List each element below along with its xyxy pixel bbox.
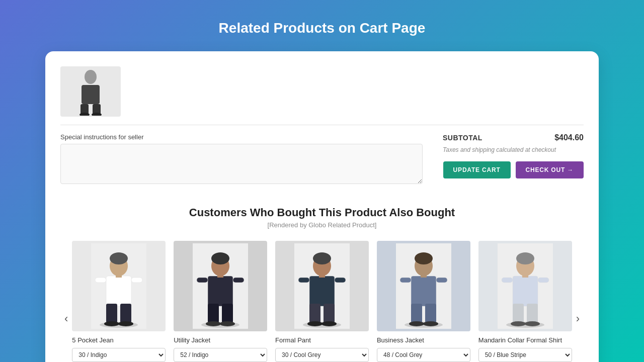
svg-rect-8 (106, 276, 131, 306)
svg-point-51 (423, 321, 438, 326)
related-products-section: Customers Who Bought This Product Also B… (60, 206, 584, 362)
related-subtitle: [Rendered by Globo Related Product] (60, 221, 584, 229)
product-image (478, 241, 572, 331)
svg-point-46 (415, 252, 433, 264)
checkout-button[interactable]: CHECK OUT → (516, 161, 584, 178)
product-image (275, 241, 369, 331)
product-image (174, 241, 267, 331)
product-name: Utility Jacket (174, 336, 267, 344)
svg-rect-52 (400, 278, 411, 283)
carousel-next-button[interactable]: › (572, 312, 584, 325)
svg-rect-59 (522, 274, 528, 278)
svg-rect-44 (411, 276, 436, 306)
svg-rect-56 (513, 276, 538, 306)
svg-point-0 (85, 70, 97, 84)
subtotal-label: SUBTOTAL (443, 134, 482, 142)
product-name: Mandarin Collar Formal Shirt (478, 336, 572, 344)
product-variant-select[interactable]: 30 / Cool Grey32 / Cool Grey34 / Cool Gr… (275, 348, 369, 362)
subtotal-row: SUBTOTAL $404.60 (443, 133, 584, 142)
svg-rect-32 (309, 276, 335, 306)
svg-point-62 (511, 321, 526, 326)
cart-bottom: Special instructions for seller SUBTOTAL… (60, 133, 584, 186)
svg-rect-1 (82, 85, 100, 104)
svg-point-26 (206, 321, 221, 326)
cart-actions: UPDATE CART CHECK OUT → (443, 161, 584, 178)
svg-rect-28 (197, 278, 208, 283)
svg-point-63 (525, 321, 540, 326)
svg-rect-60 (513, 304, 524, 323)
svg-rect-65 (538, 278, 549, 283)
product-name: Formal Pant (275, 336, 369, 344)
svg-point-50 (409, 321, 424, 326)
svg-rect-11 (116, 274, 122, 278)
products-grid: 5 Pocket Jean 30 / Indigo32 / Indigo34 /… (72, 241, 572, 362)
cart-summary: SUBTOTAL $404.60 Taxes and shipping calc… (443, 133, 584, 178)
svg-rect-49 (425, 304, 436, 323)
svg-rect-20 (208, 276, 233, 306)
product-variant-select[interactable]: 30 / Indigo32 / Indigo34 / Indigo (72, 348, 166, 362)
product-name: Business Jacket (377, 336, 470, 344)
svg-point-38 (307, 321, 323, 326)
svg-rect-36 (309, 304, 320, 323)
svg-rect-23 (217, 274, 223, 278)
svg-point-39 (321, 321, 337, 326)
svg-rect-53 (436, 278, 447, 283)
svg-rect-25 (222, 304, 233, 323)
product-variant-select[interactable]: 48 / Cool Grey50 / Cool Grey52 / Cool Gr… (377, 348, 470, 362)
product-card: Business Jacket 48 / Cool Grey50 / Cool … (377, 241, 470, 362)
svg-rect-37 (324, 304, 335, 323)
svg-rect-48 (411, 304, 422, 323)
subtotal-value: $404.60 (554, 133, 584, 142)
svg-rect-41 (335, 278, 346, 283)
svg-rect-24 (208, 304, 219, 323)
product-card: Formal Pant 30 / Cool Grey32 / Cool Grey… (275, 241, 369, 362)
svg-point-34 (313, 252, 331, 264)
product-variant-select[interactable]: 52 / Indigo54 / Indigo56 / Indigo (174, 348, 267, 362)
svg-rect-17 (131, 278, 142, 283)
product-name: 5 Pocket Jean (72, 336, 166, 344)
svg-rect-16 (95, 278, 106, 283)
product-card: Utility Jacket 52 / Indigo54 / Indigo56 … (174, 241, 267, 362)
page-title: Related Products on Cart Page (219, 20, 426, 36)
cart-item-image (60, 66, 121, 117)
svg-rect-12 (106, 304, 117, 323)
divider (60, 125, 584, 125)
product-card: Mandarin Collar Formal Shirt 50 / Blue S… (478, 241, 572, 362)
svg-rect-29 (233, 278, 244, 283)
svg-point-14 (104, 321, 119, 326)
product-variant-select[interactable]: 50 / Blue Stripe52 / Blue Stripe54 / Blu… (478, 348, 572, 362)
svg-rect-40 (298, 278, 309, 283)
carousel-prev-button[interactable]: ‹ (60, 312, 72, 325)
svg-rect-13 (120, 304, 131, 323)
svg-rect-35 (319, 274, 325, 278)
svg-point-15 (118, 321, 133, 326)
related-title: Customers Who Bought This Product Also B… (60, 206, 584, 219)
svg-point-58 (516, 252, 534, 264)
svg-point-10 (110, 252, 128, 264)
svg-rect-47 (421, 274, 427, 278)
main-card: Special instructions for seller SUBTOTAL… (45, 51, 599, 362)
product-image (377, 241, 470, 331)
product-image (72, 241, 166, 331)
special-instructions-section: Special instructions for seller (60, 133, 423, 186)
special-instructions-input[interactable] (60, 144, 423, 184)
svg-rect-61 (527, 304, 538, 323)
svg-point-27 (220, 321, 235, 326)
svg-point-22 (211, 252, 229, 264)
product-card: 5 Pocket Jean 30 / Indigo32 / Indigo34 /… (72, 241, 166, 362)
carousel: ‹ (60, 241, 584, 362)
update-cart-button[interactable]: UPDATE CART (443, 161, 511, 178)
taxes-note: Taxes and shipping calculated at checkou… (443, 146, 584, 153)
svg-rect-64 (502, 278, 513, 283)
special-instructions-label: Special instructions for seller (60, 133, 423, 141)
